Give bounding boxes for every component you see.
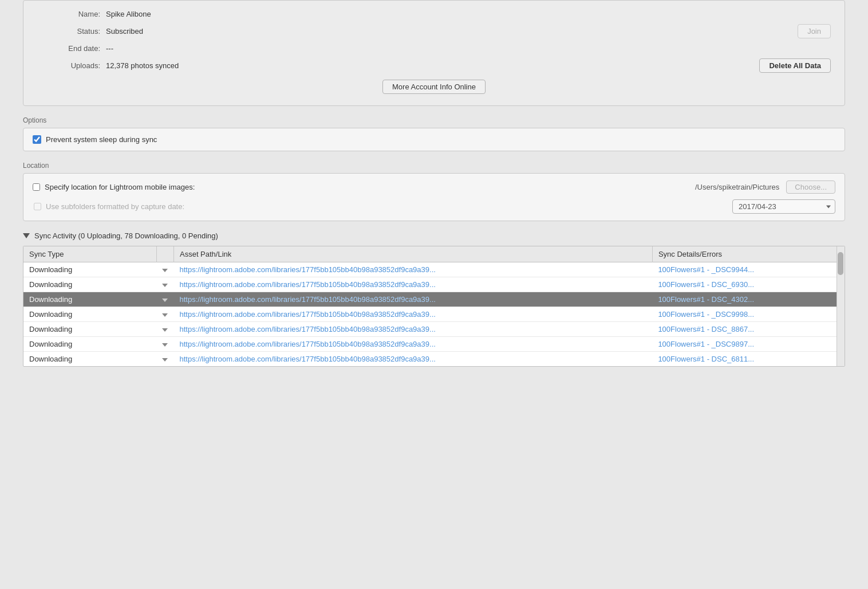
arrow-cell — [156, 352, 173, 367]
join-button[interactable]: Join — [798, 24, 831, 38]
sync-type-cell: Downloading — [23, 352, 156, 367]
sync-table-container: Sync Type Asset Path/Link Sync Details/E… — [23, 246, 845, 367]
name-row: Name: Spike Alibone — [37, 10, 831, 18]
prevent-sleep-checkbox[interactable] — [33, 135, 41, 144]
arrow-cell — [156, 322, 173, 337]
scrollbar-thumb[interactable] — [838, 252, 843, 275]
end-date-label: End date: — [37, 44, 100, 53]
asset-path-cell: https://lightroom.adobe.com/libraries/17… — [173, 292, 652, 307]
status-row: Status: Subscribed Join — [37, 24, 831, 38]
asset-path-cell: https://lightroom.adobe.com/libraries/17… — [173, 277, 652, 292]
asset-path-cell: https://lightroom.adobe.com/libraries/17… — [173, 337, 652, 352]
prevent-sleep-row: Prevent system sleep during sync — [33, 135, 835, 144]
sync-detail-cell: 100Flowers#1 - _DSC9998... — [652, 307, 845, 322]
subfolders-checkbox[interactable] — [34, 203, 41, 210]
options-section-label: Options — [23, 116, 845, 124]
asset-link[interactable]: https://lightroom.adobe.com/libraries/17… — [179, 355, 523, 363]
asset-path-cell: https://lightroom.adobe.com/libraries/17… — [173, 352, 652, 367]
date-select[interactable]: 2017/04-23 — [732, 199, 835, 214]
scrollbar-track[interactable] — [837, 246, 845, 366]
sync-type-cell: Downloading — [23, 322, 156, 337]
location-box: Specify location for Lightroom mobile im… — [23, 173, 845, 221]
sync-type-cell: Downloading — [23, 337, 156, 352]
status-value: Subscribed — [106, 27, 798, 36]
sync-detail-text: 100Flowers#1 - _DSC9944... — [658, 265, 754, 274]
sync-detail-text: 100Flowers#1 - DSC_4302... — [658, 295, 754, 304]
arrow-cell — [156, 262, 173, 277]
choose-button[interactable]: Choose... — [786, 180, 835, 194]
sync-detail-cell: 100Flowers#1 - DSC_4302... — [652, 292, 845, 307]
table-row[interactable]: Downloading https://lightroom.adobe.com/… — [23, 352, 845, 367]
end-date-row: End date: --- — [37, 44, 831, 53]
name-label: Name: — [37, 10, 100, 18]
table-row[interactable]: Downloading https://lightroom.adobe.com/… — [23, 277, 845, 292]
uploads-value: 12,378 photos synced — [106, 61, 759, 70]
asset-link[interactable]: https://lightroom.adobe.com/libraries/17… — [179, 310, 523, 319]
asset-path-cell: https://lightroom.adobe.com/libraries/17… — [173, 307, 652, 322]
col-asset-path-header: Asset Path/Link — [173, 246, 652, 262]
sync-collapse-icon[interactable] — [23, 233, 30, 238]
specify-location-row: Specify location for Lightroom mobile im… — [33, 180, 835, 194]
sync-detail-text: 100Flowers#1 - _DSC9897... — [658, 340, 754, 348]
table-row[interactable]: Downloading https://lightroom.adobe.com/… — [23, 292, 845, 307]
down-arrow-icon — [162, 284, 168, 287]
uploads-label: Uploads: — [37, 61, 100, 70]
down-arrow-icon — [162, 269, 168, 272]
table-row[interactable]: Downloading https://lightroom.adobe.com/… — [23, 262, 845, 277]
table-row[interactable]: Downloading https://lightroom.adobe.com/… — [23, 337, 845, 352]
asset-link[interactable]: https://lightroom.adobe.com/libraries/17… — [179, 280, 523, 289]
subfolders-row: Use subfolders formatted by capture date… — [33, 199, 835, 214]
end-date-value: --- — [106, 44, 831, 53]
down-arrow-icon — [162, 299, 168, 302]
name-value: Spike Alibone — [106, 10, 831, 18]
sync-detail-text: 100Flowers#1 - DSC_6811... — [658, 355, 754, 363]
col-sync-type-header: Sync Type — [23, 246, 156, 262]
specify-location-checkbox[interactable] — [33, 183, 40, 191]
more-account-info-button[interactable]: More Account Info Online — [382, 80, 486, 94]
options-section: Options Prevent system sleep during sync — [23, 116, 845, 151]
sync-table: Sync Type Asset Path/Link Sync Details/E… — [23, 246, 845, 366]
location-path: /Users/spiketrain/Pictures — [695, 183, 779, 191]
table-header-row: Sync Type Asset Path/Link Sync Details/E… — [23, 246, 845, 262]
down-arrow-icon — [162, 328, 168, 332]
sync-type-cell: Downloading — [23, 277, 156, 292]
sync-detail-cell: 100Flowers#1 - _DSC9944... — [652, 262, 845, 277]
sync-section: Sync Activity (0 Uploading, 78 Downloadi… — [23, 231, 845, 367]
account-panel: Name: Spike Alibone Status: Subscribed J… — [23, 0, 845, 106]
sync-type-cell: Downloading — [23, 262, 156, 277]
options-box: Prevent system sleep during sync — [23, 128, 845, 151]
down-arrow-icon — [162, 313, 168, 317]
asset-path-cell: https://lightroom.adobe.com/libraries/17… — [173, 322, 652, 337]
date-select-wrapper: 2017/04-23 — [732, 199, 835, 214]
asset-link[interactable]: https://lightroom.adobe.com/libraries/17… — [179, 340, 523, 348]
delete-all-data-button[interactable]: Delete All Data — [759, 58, 831, 73]
specify-location-label: Specify location for Lightroom mobile im… — [45, 183, 195, 191]
sync-title: Sync Activity (0 Uploading, 78 Downloadi… — [34, 231, 218, 240]
arrow-cell — [156, 277, 173, 292]
location-section-label: Location — [23, 162, 845, 170]
arrow-cell — [156, 292, 173, 307]
sync-detail-cell: 100Flowers#1 - DSC_6930... — [652, 277, 845, 292]
asset-link[interactable]: https://lightroom.adobe.com/libraries/17… — [179, 325, 523, 333]
down-arrow-icon — [162, 343, 168, 347]
sync-detail-cell: 100Flowers#1 - _DSC9897... — [652, 337, 845, 352]
sync-detail-text: 100Flowers#1 - DSC_8867... — [658, 325, 754, 333]
prevent-sleep-label: Prevent system sleep during sync — [46, 135, 157, 144]
sync-type-cell: Downloading — [23, 292, 156, 307]
location-section: Location Specify location for Lightroom … — [23, 162, 845, 221]
sync-detail-cell: 100Flowers#1 - DSC_8867... — [652, 322, 845, 337]
sync-detail-text: 100Flowers#1 - DSC_6930... — [658, 280, 754, 289]
table-row[interactable]: Downloading https://lightroom.adobe.com/… — [23, 307, 845, 322]
subfolders-label: Use subfolders formatted by capture date… — [46, 202, 184, 211]
sync-table-body: Downloading https://lightroom.adobe.com/… — [23, 262, 845, 367]
arrow-cell — [156, 307, 173, 322]
asset-link[interactable]: https://lightroom.adobe.com/libraries/17… — [179, 295, 523, 304]
arrow-cell — [156, 337, 173, 352]
col-sync-details-header: Sync Details/Errors — [652, 246, 845, 262]
asset-link[interactable]: https://lightroom.adobe.com/libraries/17… — [179, 265, 523, 274]
sync-detail-text: 100Flowers#1 - _DSC9998... — [658, 310, 754, 319]
status-label: Status: — [37, 27, 100, 36]
sync-type-cell: Downloading — [23, 307, 156, 322]
table-row[interactable]: Downloading https://lightroom.adobe.com/… — [23, 322, 845, 337]
uploads-row: Uploads: 12,378 photos synced Delete All… — [37, 58, 831, 73]
